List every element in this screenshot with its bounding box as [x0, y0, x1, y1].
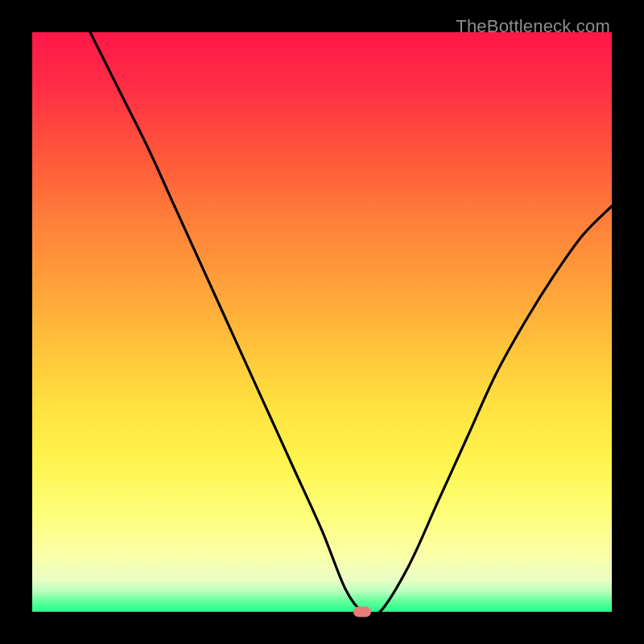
chart-frame: TheBottleneck.com [0, 0, 644, 644]
plot-area [32, 32, 612, 612]
watermark-text: TheBottleneck.com [456, 16, 610, 37]
bottleneck-curve [32, 32, 612, 612]
optimum-marker [353, 607, 371, 617]
